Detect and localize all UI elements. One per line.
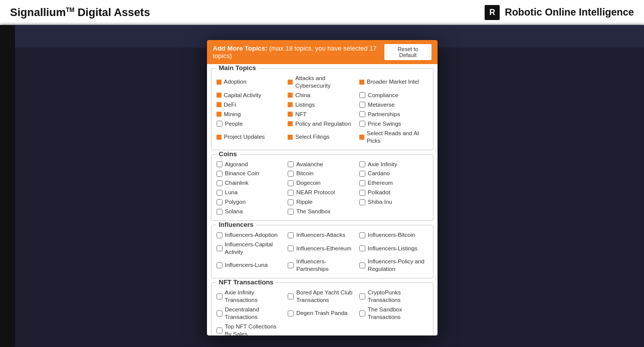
top-nft-collections-checkbox[interactable] bbox=[217, 327, 223, 333]
list-item[interactable]: Axie Infinity bbox=[359, 161, 428, 168]
topic-label: Attacks and Cybersecurity bbox=[295, 75, 356, 90]
dogecoin-checkbox[interactable] bbox=[288, 180, 294, 186]
list-item[interactable]: Bored Ape Yacht Club Transactions bbox=[288, 289, 356, 304]
influencers-attacks-checkbox[interactable] bbox=[288, 232, 294, 238]
influencers-ethereum-checkbox[interactable] bbox=[288, 245, 294, 251]
list-item[interactable]: People bbox=[217, 120, 285, 128]
list-item[interactable]: Influencers-Partnerships bbox=[288, 258, 356, 273]
influencers-luna-checkbox[interactable] bbox=[217, 262, 223, 268]
axie-infinity-checkbox[interactable] bbox=[359, 161, 365, 167]
decentraland-checkbox[interactable] bbox=[217, 310, 223, 316]
list-item[interactable]: Ethereum bbox=[359, 179, 428, 187]
list-item[interactable]: Ripple bbox=[288, 198, 356, 206]
the-sandbox-checkbox[interactable] bbox=[288, 209, 294, 215]
list-item[interactable]: Select Filings bbox=[288, 130, 356, 145]
list-item[interactable]: NEAR Protocol bbox=[288, 189, 356, 196]
binance-coin-checkbox[interactable] bbox=[217, 171, 223, 177]
coins-grid: Algorand Avalanche Axie Infinity Binance… bbox=[217, 161, 428, 216]
compliance-checkbox[interactable] bbox=[359, 92, 365, 98]
polygon-checkbox[interactable] bbox=[217, 199, 223, 205]
influencers-capital-activity-checkbox[interactable] bbox=[217, 245, 223, 251]
list-item[interactable]: Degen Trash Panda bbox=[288, 306, 356, 321]
list-item[interactable]: Dogecoin bbox=[288, 179, 356, 187]
list-item[interactable]: Project Updates bbox=[217, 130, 285, 145]
shiba-inu-checkbox[interactable] bbox=[359, 199, 365, 205]
cardano-checkbox[interactable] bbox=[359, 171, 365, 177]
influencers-policy-checkbox[interactable] bbox=[359, 262, 365, 268]
list-item[interactable]: Cardano bbox=[359, 170, 428, 177]
list-item[interactable]: Decentraland Transactions bbox=[217, 306, 285, 321]
ethereum-checkbox[interactable] bbox=[359, 180, 365, 186]
list-item[interactable]: Influencers-Listings bbox=[359, 241, 428, 256]
metaverse-checkbox[interactable] bbox=[359, 102, 365, 108]
list-item[interactable]: Shiba Inu bbox=[359, 198, 428, 206]
polkadot-checkbox[interactable] bbox=[359, 190, 365, 196]
list-item[interactable]: Compliance bbox=[359, 92, 428, 99]
list-item[interactable]: Partnerships bbox=[359, 111, 428, 118]
list-item[interactable]: Mining bbox=[217, 111, 285, 118]
influencers-bitcoin-checkbox[interactable] bbox=[359, 232, 365, 238]
topic-label: Bored Ape Yacht Club Transactions bbox=[296, 289, 356, 304]
list-item[interactable]: Attacks and Cybersecurity bbox=[288, 75, 356, 90]
list-item[interactable]: Policy and Regulation bbox=[288, 120, 356, 128]
list-item[interactable]: Avalanche bbox=[288, 161, 356, 168]
partnerships-checkbox[interactable] bbox=[359, 111, 365, 117]
list-item[interactable]: Polygon bbox=[217, 198, 285, 206]
list-item[interactable]: Chainlink bbox=[217, 179, 285, 187]
people-checkbox[interactable] bbox=[217, 121, 223, 127]
selected-bullet-icon bbox=[288, 93, 293, 98]
list-item[interactable]: Influencers-Bitcoin bbox=[359, 231, 428, 239]
list-item[interactable]: Influencers-Ethereum bbox=[288, 241, 356, 256]
topic-label: Influencers-Attacks bbox=[296, 231, 345, 239]
list-item[interactable]: Listings bbox=[288, 101, 356, 109]
list-item[interactable]: Select Reads and AI Picks bbox=[359, 130, 428, 145]
list-item[interactable]: Metaverse bbox=[359, 101, 428, 109]
influencers-listings-checkbox[interactable] bbox=[359, 245, 365, 251]
list-item[interactable]: Binance Coin bbox=[217, 170, 285, 177]
influencers-grid: Influencers-Adoption Influencers-Attacks… bbox=[217, 231, 428, 273]
axie-infinity-transactions-checkbox[interactable] bbox=[217, 293, 223, 299]
chainlink-checkbox[interactable] bbox=[217, 180, 223, 186]
modal-overlay: Add More Topics: (max 18 topics, you hav… bbox=[0, 25, 644, 347]
ripple-checkbox[interactable] bbox=[288, 199, 294, 205]
bored-ape-checkbox[interactable] bbox=[288, 293, 294, 299]
topic-label: Solana bbox=[225, 208, 243, 215]
list-item[interactable]: The Sandbox Transactions bbox=[359, 306, 428, 321]
list-item[interactable]: Influencers-Capital Activity bbox=[217, 241, 285, 256]
bitcoin-checkbox[interactable] bbox=[288, 171, 294, 177]
list-item[interactable]: Luna bbox=[217, 189, 285, 196]
list-item[interactable]: NFT bbox=[288, 111, 356, 118]
list-item[interactable]: Influencers-Attacks bbox=[288, 231, 356, 239]
luna-checkbox[interactable] bbox=[217, 190, 223, 196]
avalanche-checkbox[interactable] bbox=[288, 161, 294, 167]
list-item[interactable]: Bitcoin bbox=[288, 170, 356, 177]
list-item[interactable]: Algorand bbox=[217, 161, 285, 168]
cryptopunks-checkbox[interactable] bbox=[359, 293, 365, 299]
list-item[interactable]: China bbox=[288, 92, 356, 99]
list-item[interactable]: Polkadot bbox=[359, 189, 428, 196]
the-sandbox-transactions-checkbox[interactable] bbox=[359, 310, 365, 316]
price-swings-checkbox[interactable] bbox=[359, 121, 365, 127]
list-item[interactable]: Adoption bbox=[217, 75, 285, 90]
list-item[interactable]: Broader Market Intel bbox=[359, 75, 428, 90]
list-item[interactable]: Influencers-Luna bbox=[217, 258, 285, 273]
near-protocol-checkbox[interactable] bbox=[288, 190, 294, 196]
degen-trash-panda-checkbox[interactable] bbox=[288, 310, 294, 316]
topic-label: Adoption bbox=[224, 78, 247, 86]
list-item[interactable]: DeFi bbox=[217, 101, 285, 109]
algorand-checkbox[interactable] bbox=[217, 161, 223, 167]
topic-label: Polygon bbox=[225, 198, 246, 206]
list-item[interactable]: The Sandbox bbox=[288, 208, 356, 215]
list-item[interactable]: Capital Activity bbox=[217, 92, 285, 99]
list-item[interactable]: Solana bbox=[217, 208, 285, 215]
list-item[interactable]: Price Swings bbox=[359, 120, 428, 128]
list-item[interactable]: Top NFT Collections By Sales bbox=[217, 323, 285, 335]
list-item[interactable]: Influencers-Adoption bbox=[217, 231, 285, 239]
reset-to-default-button[interactable]: Reset to Default bbox=[384, 44, 431, 60]
influencers-adoption-checkbox[interactable] bbox=[217, 232, 223, 238]
influencers-partnerships-checkbox[interactable] bbox=[288, 262, 294, 268]
list-item[interactable]: CryptoPunks Transactions bbox=[359, 289, 428, 304]
list-item[interactable]: Axie Infinity Transactions bbox=[217, 289, 285, 304]
list-item[interactable]: Influencers-Policy and Regulation bbox=[359, 258, 428, 273]
solana-checkbox[interactable] bbox=[217, 209, 223, 215]
